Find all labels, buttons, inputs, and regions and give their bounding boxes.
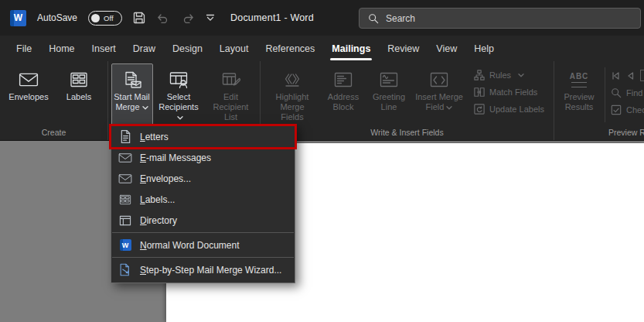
record-navigation: [611, 70, 644, 81]
labels-sheet-icon: [70, 67, 88, 92]
menu-item-envelopes[interactable]: Envelopes...: [111, 168, 295, 189]
find-recipient-icon: [611, 87, 622, 98]
menu-item-step-by-step-mail-merge-wizard[interactable]: Step-by-Step Mail Merge Wizard...: [111, 259, 295, 280]
menu-item-letters[interactable]: Letters: [111, 126, 295, 147]
edit-recipient-list-button[interactable]: Edit Recipient List: [205, 63, 257, 125]
save-button[interactable]: [133, 12, 145, 24]
toggle-knob-icon: [91, 14, 100, 22]
menu-item-directory[interactable]: Directory: [111, 210, 295, 231]
greeting-line-button[interactable]: Greeting Line: [370, 63, 408, 125]
customize-quick-access-toolbar-button[interactable]: [206, 14, 215, 22]
find-recipient-button[interactable]: Find Recipient: [611, 87, 644, 98]
insert-merge-field-button[interactable]: Insert Merge Field: [414, 63, 464, 125]
group-label-create: Create: [0, 125, 107, 140]
go-to-record-field[interactable]: [640, 70, 644, 81]
word-logo-letter: W: [14, 12, 22, 23]
check-for-errors-button[interactable]: Check for Errors: [611, 104, 644, 115]
document-title: Document1 - Word: [230, 0, 314, 36]
chevron-down-icon: [446, 106, 452, 110]
tab-home[interactable]: Home: [40, 36, 83, 61]
highlight-merge-fields-icon: [283, 67, 302, 92]
search-placeholder: Search: [386, 13, 415, 24]
chevron-down-icon: [142, 106, 148, 110]
rules-column: Rules Match Fields Update Labels: [469, 63, 547, 125]
tab-insert[interactable]: Insert: [83, 36, 124, 61]
directory-icon: [118, 215, 133, 226]
autosave-toggle[interactable]: Off: [88, 11, 122, 26]
menu-separator: [112, 257, 294, 258]
menu-item-email-messages[interactable]: E-mail Messages: [111, 147, 295, 168]
greeting-line-icon: [380, 67, 398, 92]
group-create: Envelopes Labels Create: [0, 61, 108, 140]
menu-separator: [112, 232, 294, 233]
preview-results-button[interactable]: ABC Preview Results: [557, 63, 601, 125]
start-mail-merge-button[interactable]: Start Mail Merge: [111, 63, 153, 125]
group-label-preview-results: Preview Results: [554, 125, 644, 140]
first-record-button[interactable]: [611, 71, 620, 80]
search-box[interactable]: Search: [359, 8, 641, 29]
email-envelope-icon: [118, 152, 133, 163]
ribbon-tab-row: File Home Insert Draw Design Layout Refe…: [0, 36, 644, 61]
tab-draw[interactable]: Draw: [124, 36, 164, 61]
check-for-errors-icon: [611, 104, 622, 115]
update-labels-button[interactable]: Update Labels: [474, 104, 544, 115]
preview-results-abc-icon: ABC: [570, 67, 589, 92]
word-window: W AutoSave Off Document1 - Word Search F…: [0, 0, 644, 322]
tab-mailings[interactable]: Mailings: [323, 36, 379, 61]
rules-button[interactable]: Rules: [474, 70, 544, 80]
tab-layout[interactable]: Layout: [211, 36, 257, 61]
edit-recipient-list-icon: [222, 67, 240, 92]
group-label-write-insert-fields: Write & Insert Fields: [261, 125, 554, 140]
group-preview-results: ABC Preview Results Find Recipient: [554, 61, 644, 140]
letter-document-icon: [118, 129, 133, 144]
group-inner-separator: [605, 67, 605, 122]
envelope-icon: [118, 173, 133, 184]
tab-file[interactable]: File: [8, 36, 40, 61]
start-mail-merge-icon: [123, 67, 141, 92]
labels-sheet-icon: [118, 194, 133, 205]
insert-merge-field-icon: [430, 67, 448, 92]
start-mail-merge-menu: Letters E-mail Messages Envelopes... Lab…: [111, 124, 295, 283]
envelopes-button[interactable]: Envelopes: [6, 63, 51, 125]
match-fields-button[interactable]: Match Fields: [474, 87, 544, 98]
word-document-icon: W: [118, 239, 133, 251]
word-logo-icon: W: [10, 10, 26, 26]
titlebar: W AutoSave Off Document1 - Word Search: [0, 0, 644, 36]
update-labels-icon: [474, 104, 485, 115]
redo-button[interactable]: [182, 12, 195, 23]
document-area: [0, 142, 644, 322]
menu-item-normal-word-document[interactable]: W Normal Word Document: [111, 235, 295, 255]
ribbon: Envelopes Labels Create Start Mail Merge…: [0, 61, 644, 141]
tab-view[interactable]: View: [428, 36, 465, 61]
match-fields-icon: [474, 87, 485, 98]
highlight-merge-fields-button[interactable]: Highlight Merge Fields: [267, 63, 317, 125]
envelope-icon: [19, 67, 39, 92]
undo-button[interactable]: [156, 12, 169, 23]
address-block-icon: [334, 67, 353, 92]
autosave-state: Off: [104, 14, 114, 22]
preview-navigation-column: Find Recipient Check for Errors: [608, 63, 644, 125]
select-recipients-icon: [169, 67, 188, 92]
tab-design[interactable]: Design: [164, 36, 211, 61]
chevron-down-icon: [177, 116, 183, 120]
mail-merge-wizard-icon: [118, 263, 133, 276]
labels-button[interactable]: Labels: [56, 63, 101, 125]
group-write-insert-fields: Highlight Merge Fields Address Block Gre…: [261, 61, 554, 140]
select-recipients-button[interactable]: Select Recipients: [155, 63, 203, 125]
rules-icon: [474, 70, 485, 80]
tab-review[interactable]: Review: [379, 36, 428, 61]
chevron-down-icon: [518, 74, 524, 77]
address-block-button[interactable]: Address Block: [323, 63, 363, 125]
tab-references[interactable]: References: [257, 36, 323, 61]
menu-item-labels[interactable]: Labels...: [111, 189, 295, 210]
search-icon: [368, 13, 379, 24]
previous-record-button[interactable]: [625, 71, 635, 80]
tab-help[interactable]: Help: [465, 36, 503, 61]
undo-redo-group: [156, 12, 195, 23]
autosave-label: AutoSave: [37, 12, 77, 23]
